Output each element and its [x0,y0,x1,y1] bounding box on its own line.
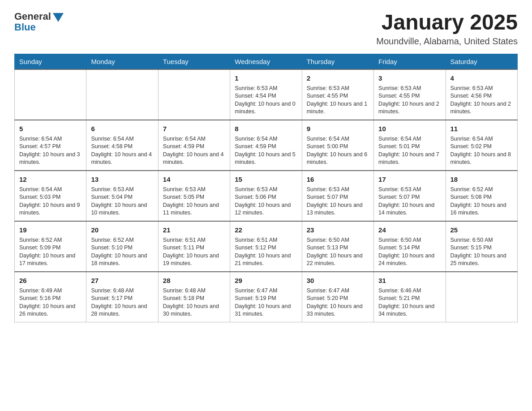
calendar-cell: 30Sunrise: 6:47 AMSunset: 5:20 PMDayligh… [302,272,373,322]
calendar-cell: 22Sunrise: 6:51 AMSunset: 5:12 PMDayligh… [230,221,302,272]
month-title: January 2025 [376,11,518,34]
day-info: Sunrise: 6:54 AMSunset: 4:58 PMDaylight:… [91,135,153,167]
calendar-cell: 25Sunrise: 6:50 AMSunset: 5:15 PMDayligh… [446,221,517,272]
calendar-cell: 29Sunrise: 6:47 AMSunset: 5:19 PMDayligh… [230,272,302,322]
day-number: 22 [235,225,297,235]
day-info: Sunrise: 6:54 AMSunset: 5:00 PMDaylight:… [307,135,369,167]
calendar-cell: 12Sunrise: 6:54 AMSunset: 5:03 PMDayligh… [15,171,86,221]
calendar-cell: 3Sunrise: 6:53 AMSunset: 4:55 PMDaylight… [374,69,446,120]
calendar-cell: 28Sunrise: 6:48 AMSunset: 5:18 PMDayligh… [158,272,230,322]
day-info: Sunrise: 6:52 AMSunset: 5:10 PMDaylight:… [91,236,153,268]
day-info: Sunrise: 6:53 AMSunset: 5:07 PMDaylight:… [378,186,441,217]
calendar-cell: 19Sunrise: 6:52 AMSunset: 5:09 PMDayligh… [15,221,86,272]
location-title: Moundville, Alabama, United States [376,36,518,47]
day-info: Sunrise: 6:53 AMSunset: 4:55 PMDaylight:… [378,85,441,116]
calendar-cell: 10Sunrise: 6:54 AMSunset: 5:01 PMDayligh… [374,120,446,171]
day-info: Sunrise: 6:51 AMSunset: 5:11 PMDaylight:… [163,236,225,268]
calendar-cell: 18Sunrise: 6:52 AMSunset: 5:08 PMDayligh… [446,171,517,221]
weekday-header-tuesday: Tuesday [158,54,230,69]
day-info: Sunrise: 6:54 AMSunset: 4:57 PMDaylight:… [19,135,82,167]
logo: General Blue [14,11,64,33]
day-info: Sunrise: 6:53 AMSunset: 4:55 PMDaylight:… [307,85,369,116]
calendar-cell: 17Sunrise: 6:53 AMSunset: 5:07 PMDayligh… [374,171,446,221]
day-info: Sunrise: 6:54 AMSunset: 5:01 PMDaylight:… [378,135,441,167]
calendar-week-row: 19Sunrise: 6:52 AMSunset: 5:09 PMDayligh… [15,221,518,272]
weekday-header-row: SundayMondayTuesdayWednesdayThursdayFrid… [15,54,518,69]
day-number: 11 [450,124,513,133]
day-info: Sunrise: 6:51 AMSunset: 5:12 PMDaylight:… [235,236,297,268]
day-info: Sunrise: 6:54 AMSunset: 4:59 PMDaylight:… [235,135,297,167]
day-info: Sunrise: 6:50 AMSunset: 5:14 PMDaylight:… [378,236,441,268]
logo-general-text: General [14,11,51,22]
day-number: 24 [378,225,441,235]
day-number: 10 [378,124,441,133]
calendar-cell: 14Sunrise: 6:53 AMSunset: 5:05 PMDayligh… [158,171,230,221]
logo-triangle-icon [53,13,64,22]
day-number: 16 [307,175,369,184]
calendar-cell: 13Sunrise: 6:53 AMSunset: 5:04 PMDayligh… [86,171,158,221]
calendar-week-row: 1Sunrise: 6:53 AMSunset: 4:54 PMDaylight… [15,69,518,120]
day-info: Sunrise: 6:49 AMSunset: 5:16 PMDaylight:… [19,287,82,318]
day-info: Sunrise: 6:53 AMSunset: 4:56 PMDaylight:… [450,85,513,116]
day-info: Sunrise: 6:48 AMSunset: 5:18 PMDaylight:… [163,287,225,318]
day-number: 30 [307,276,369,285]
calendar-cell: 7Sunrise: 6:54 AMSunset: 4:59 PMDaylight… [158,120,230,171]
logo-blue-text: Blue [14,21,36,33]
day-number: 21 [163,225,225,235]
day-number: 29 [235,276,297,285]
day-info: Sunrise: 6:53 AMSunset: 5:04 PMDaylight:… [91,186,153,217]
day-number: 27 [91,276,153,285]
weekday-header-saturday: Saturday [446,54,517,69]
day-info: Sunrise: 6:54 AMSunset: 5:03 PMDaylight:… [19,186,82,217]
day-info: Sunrise: 6:52 AMSunset: 5:09 PMDaylight:… [19,236,82,268]
day-number: 14 [163,175,225,184]
calendar-table: SundayMondayTuesdayWednesdayThursdayFrid… [14,54,518,322]
calendar-cell: 5Sunrise: 6:54 AMSunset: 4:57 PMDaylight… [15,120,86,171]
day-info: Sunrise: 6:52 AMSunset: 5:08 PMDaylight:… [450,186,513,217]
calendar-cell: 20Sunrise: 6:52 AMSunset: 5:10 PMDayligh… [86,221,158,272]
day-number: 15 [235,175,297,184]
day-number: 26 [19,276,82,285]
day-number: 23 [307,225,369,235]
day-number: 9 [307,124,369,133]
day-number: 6 [91,124,153,133]
calendar-cell: 15Sunrise: 6:53 AMSunset: 5:06 PMDayligh… [230,171,302,221]
day-number: 31 [378,276,441,285]
day-number: 13 [91,175,153,184]
day-number: 5 [19,124,82,133]
calendar-cell: 8Sunrise: 6:54 AMSunset: 4:59 PMDaylight… [230,120,302,171]
calendar-cell: 31Sunrise: 6:46 AMSunset: 5:21 PMDayligh… [374,272,446,322]
day-number: 12 [19,175,82,184]
day-info: Sunrise: 6:47 AMSunset: 5:20 PMDaylight:… [307,287,369,318]
day-number: 1 [235,73,297,83]
calendar-cell [15,69,86,120]
calendar-week-row: 26Sunrise: 6:49 AMSunset: 5:16 PMDayligh… [15,272,518,322]
calendar-body: 1Sunrise: 6:53 AMSunset: 4:54 PMDaylight… [15,69,518,322]
day-info: Sunrise: 6:54 AMSunset: 5:02 PMDaylight:… [450,135,513,167]
day-number: 25 [450,225,513,235]
calendar-header: SundayMondayTuesdayWednesdayThursdayFrid… [15,54,518,69]
day-info: Sunrise: 6:48 AMSunset: 5:17 PMDaylight:… [91,287,153,318]
calendar-cell: 4Sunrise: 6:53 AMSunset: 4:56 PMDaylight… [446,69,517,120]
calendar-cell [446,272,517,322]
calendar-cell: 11Sunrise: 6:54 AMSunset: 5:02 PMDayligh… [446,120,517,171]
calendar-cell: 6Sunrise: 6:54 AMSunset: 4:58 PMDaylight… [86,120,158,171]
weekday-header-thursday: Thursday [302,54,373,69]
calendar-cell [86,69,158,120]
day-number: 2 [307,73,369,83]
day-number: 18 [450,175,513,184]
day-number: 3 [378,73,441,83]
calendar-cell: 24Sunrise: 6:50 AMSunset: 5:14 PMDayligh… [374,221,446,272]
weekday-header-monday: Monday [86,54,158,69]
title-section: January 2025 Moundville, Alabama, United… [376,11,518,47]
day-info: Sunrise: 6:53 AMSunset: 5:07 PMDaylight:… [307,186,369,217]
day-info: Sunrise: 6:50 AMSunset: 5:15 PMDaylight:… [450,236,513,268]
calendar-cell: 1Sunrise: 6:53 AMSunset: 4:54 PMDaylight… [230,69,302,120]
day-info: Sunrise: 6:47 AMSunset: 5:19 PMDaylight:… [235,287,297,318]
day-number: 8 [235,124,297,133]
weekday-header-sunday: Sunday [15,54,86,69]
day-info: Sunrise: 6:53 AMSunset: 4:54 PMDaylight:… [235,85,297,116]
day-number: 28 [163,276,225,285]
day-info: Sunrise: 6:54 AMSunset: 4:59 PMDaylight:… [163,135,225,167]
weekday-header-friday: Friday [374,54,446,69]
